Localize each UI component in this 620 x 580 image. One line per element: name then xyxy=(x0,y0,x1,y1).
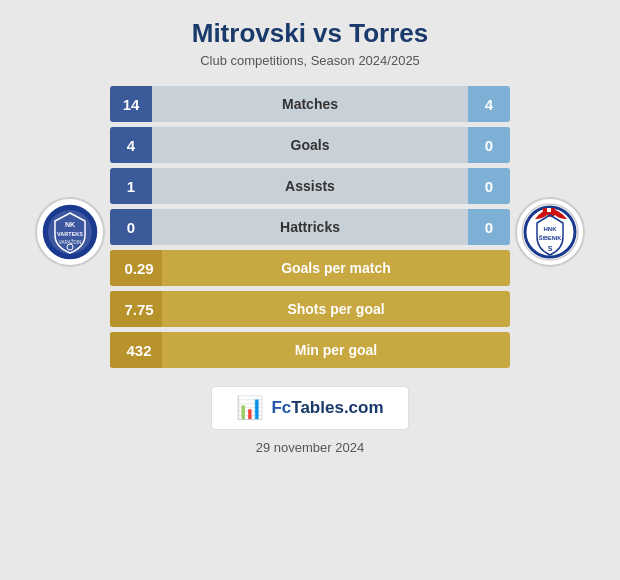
fctables-icon: 📊 xyxy=(236,395,263,421)
min-per-goal-label: Min per goal xyxy=(162,342,510,358)
svg-rect-9 xyxy=(547,208,551,212)
svg-text:ŠIBENIK: ŠIBENIK xyxy=(539,235,561,241)
goals-left-value: 4 xyxy=(110,127,152,163)
hattricks-left-value: 0 xyxy=(110,209,152,245)
hattricks-label: Hattricks xyxy=(152,219,468,235)
team-logo-sibenik: HNK ŠIBENIK S xyxy=(515,197,585,267)
fctables-banner: 📊 FcTables.com xyxy=(211,386,408,430)
min-per-goal-value: 432 xyxy=(110,332,162,368)
date-text: 29 november 2024 xyxy=(256,440,364,455)
goals-per-match-value: 0.29 xyxy=(110,250,162,286)
stat-row-goals: 4 Goals 0 xyxy=(110,127,510,163)
matches-label: Matches xyxy=(152,96,468,112)
main-content: NK VARTEKS VARAŽDIN 14 Matches 4 4 Goals… xyxy=(10,86,610,368)
hattricks-right-value: 0 xyxy=(468,209,510,245)
shots-per-goal-value: 7.75 xyxy=(110,291,162,327)
stat-row-hattricks: 0 Hattricks 0 xyxy=(110,209,510,245)
assists-label: Assists xyxy=(152,178,468,194)
logo-right: HNK ŠIBENIK S xyxy=(510,187,590,267)
page-subtitle: Club competitions, Season 2024/2025 xyxy=(200,53,420,68)
page-wrapper: Mitrovski vs Torres Club competitions, S… xyxy=(0,0,620,580)
matches-right-value: 4 xyxy=(468,86,510,122)
goals-right-value: 0 xyxy=(468,127,510,163)
team-logo-varazdin: NK VARTEKS VARAŽDIN xyxy=(35,197,105,267)
shots-per-goal-label: Shots per goal xyxy=(162,301,510,317)
stats-container: 14 Matches 4 4 Goals 0 1 Assists 0 0 Hat… xyxy=(110,86,510,368)
svg-text:NK: NK xyxy=(65,221,75,228)
svg-text:HNK: HNK xyxy=(544,226,558,232)
logo-left: NK VARTEKS VARAŽDIN xyxy=(30,187,110,267)
svg-rect-10 xyxy=(551,208,555,212)
svg-text:S: S xyxy=(548,245,553,252)
svg-rect-8 xyxy=(543,208,547,212)
stat-row-shots-per-goal: 7.75 Shots per goal xyxy=(110,291,510,327)
fctables-text: FcTables.com xyxy=(271,398,383,418)
goals-label: Goals xyxy=(152,137,468,153)
assists-left-value: 1 xyxy=(110,168,152,204)
goals-per-match-label: Goals per match xyxy=(162,260,510,276)
assists-right-value: 0 xyxy=(468,168,510,204)
svg-text:VARTEKS: VARTEKS xyxy=(57,231,83,237)
page-title: Mitrovski vs Torres xyxy=(192,18,429,49)
stat-row-min-per-goal: 432 Min per goal xyxy=(110,332,510,368)
stat-row-matches: 14 Matches 4 xyxy=(110,86,510,122)
stat-row-goals-per-match: 0.29 Goals per match xyxy=(110,250,510,286)
varazdin-logo-svg: NK VARTEKS VARAŽDIN xyxy=(41,203,99,261)
stat-row-assists: 1 Assists 0 xyxy=(110,168,510,204)
sibenik-logo-svg: HNK ŠIBENIK S xyxy=(521,203,579,261)
matches-left-value: 14 xyxy=(110,86,152,122)
